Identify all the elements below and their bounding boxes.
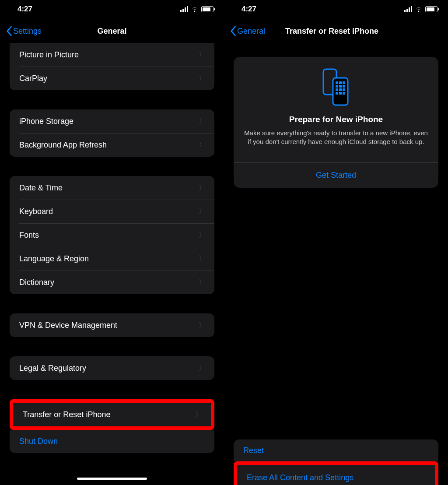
svg-rect-13 [343, 92, 345, 95]
content-area: Prepare for New iPhone Make sure everyth… [224, 57, 448, 485]
svg-rect-12 [339, 92, 342, 95]
row-label: Reset [243, 446, 264, 455]
row-date-time[interactable]: Date & Time 〉 [10, 176, 214, 200]
svg-rect-8 [336, 88, 338, 91]
chevron-left-icon [6, 26, 12, 36]
chevron-right-icon: 〉 [199, 50, 206, 60]
battery-icon [201, 6, 214, 12]
row-label: Legal & Regulatory [19, 364, 86, 373]
row-keyboard[interactable]: Keyboard 〉 [10, 200, 214, 223]
svg-rect-7 [343, 85, 345, 88]
highlight-box: Transfer or Reset iPhone 〉 [10, 399, 214, 430]
svg-rect-3 [339, 81, 342, 84]
svg-rect-5 [336, 85, 338, 88]
row-legal-regulatory[interactable]: Legal & Regulatory 〉 [10, 356, 214, 380]
row-label: Dictionary [19, 278, 54, 287]
cellular-signal-icon [180, 6, 188, 12]
row-label: Fonts [19, 231, 39, 240]
settings-group: VPN & Device Management 〉 [10, 313, 214, 337]
row-background-app-refresh[interactable]: Background App Refresh 〉 [10, 133, 214, 157]
row-fonts[interactable]: Fonts 〉 [10, 223, 214, 247]
row-transfer-or-reset-iphone[interactable]: Transfer or Reset iPhone 〉 [13, 403, 211, 426]
row-label: Picture in Picture [19, 50, 79, 60]
chevron-right-icon: 〉 [199, 231, 206, 240]
page-title: General [97, 27, 126, 36]
cellular-signal-icon [404, 6, 412, 12]
chevron-right-icon: 〉 [199, 117, 206, 126]
content-area: Picture in Picture 〉 CarPlay 〉 iPhone St… [0, 43, 224, 484]
row-label: Background App Refresh [19, 141, 107, 150]
row-shut-down[interactable]: Shut Down [10, 430, 214, 453]
home-indicator[interactable] [77, 478, 147, 480]
screen-transfer-or-reset: 4:27 General Transfer or Reset iPhone [224, 0, 448, 485]
row-label: CarPlay [19, 74, 47, 83]
status-bar: 4:27 [224, 0, 448, 18]
back-button[interactable]: Settings [6, 26, 42, 36]
status-icons [404, 6, 438, 12]
back-label: Settings [13, 27, 42, 36]
row-iphone-storage[interactable]: iPhone Storage 〉 [10, 109, 214, 133]
chevron-right-icon: 〉 [199, 254, 206, 264]
back-label: General [237, 27, 265, 36]
chevron-left-icon [230, 26, 236, 36]
card-text: Make sure everything's ready to transfer… [244, 129, 428, 147]
nav-bar: Settings General [0, 18, 224, 44]
chevron-right-icon: 〉 [199, 207, 206, 216]
status-icons [180, 6, 214, 12]
settings-group: Reset [234, 439, 438, 461]
card-title: Prepare for New iPhone [244, 115, 428, 124]
battery-icon [425, 6, 438, 12]
chevron-right-icon: 〉 [195, 410, 202, 419]
two-phones-icon [321, 67, 351, 109]
row-erase-all-content-and-settings[interactable]: Erase All Content and Settings [237, 465, 435, 485]
nav-bar: General Transfer or Reset iPhone [224, 18, 448, 44]
wifi-icon [191, 6, 199, 12]
row-label: Transfer or Reset iPhone [23, 410, 110, 419]
svg-rect-6 [339, 85, 342, 88]
wifi-icon [415, 6, 423, 12]
row-dictionary[interactable]: Dictionary 〉 [10, 271, 214, 294]
chevron-right-icon: 〉 [199, 183, 206, 193]
row-label: Shut Down [19, 437, 58, 446]
row-picture-in-picture[interactable]: Picture in Picture 〉 [10, 43, 214, 67]
chevron-right-icon: 〉 [199, 364, 206, 373]
back-button[interactable]: General [230, 26, 265, 36]
svg-rect-4 [343, 81, 345, 84]
settings-group: Picture in Picture 〉 CarPlay 〉 [10, 43, 214, 90]
get-started-button[interactable]: Get Started [234, 162, 438, 188]
chevron-right-icon: 〉 [199, 74, 206, 83]
row-label: Erase All Content and Settings [247, 473, 354, 482]
chevron-right-icon: 〉 [199, 141, 206, 150]
svg-rect-11 [336, 92, 338, 95]
settings-group: Legal & Regulatory 〉 [10, 356, 214, 380]
row-reset[interactable]: Reset [234, 439, 438, 461]
svg-rect-9 [339, 88, 342, 91]
row-label: VPN & Device Management [19, 321, 117, 330]
settings-group: Date & Time 〉 Keyboard 〉 Fonts 〉 Languag… [10, 176, 214, 294]
svg-rect-10 [343, 88, 345, 91]
row-label: Date & Time [19, 183, 63, 193]
row-language-region[interactable]: Language & Region 〉 [10, 247, 214, 271]
row-label: Language & Region [19, 254, 89, 264]
status-time: 4:27 [242, 5, 256, 14]
row-carplay[interactable]: CarPlay 〉 [10, 67, 214, 90]
chevron-right-icon: 〉 [199, 278, 206, 287]
screen-general-settings: 4:27 Settings General Picture in Picture… [0, 0, 224, 485]
row-label: Keyboard [19, 207, 53, 216]
row-vpn-device-management[interactable]: VPN & Device Management 〉 [10, 313, 214, 337]
status-time: 4:27 [18, 5, 32, 14]
bottom-actions: Reset Erase All Content and Settings [234, 439, 438, 485]
row-label: iPhone Storage [19, 117, 74, 126]
page-title: Transfer or Reset iPhone [285, 27, 378, 36]
svg-rect-2 [336, 81, 338, 84]
chevron-right-icon: 〉 [199, 321, 206, 330]
status-bar: 4:27 [0, 0, 224, 18]
settings-group: iPhone Storage 〉 Background App Refresh … [10, 109, 214, 157]
highlight-box: Erase All Content and Settings [234, 461, 438, 485]
prepare-card: Prepare for New iPhone Make sure everyth… [234, 57, 438, 188]
